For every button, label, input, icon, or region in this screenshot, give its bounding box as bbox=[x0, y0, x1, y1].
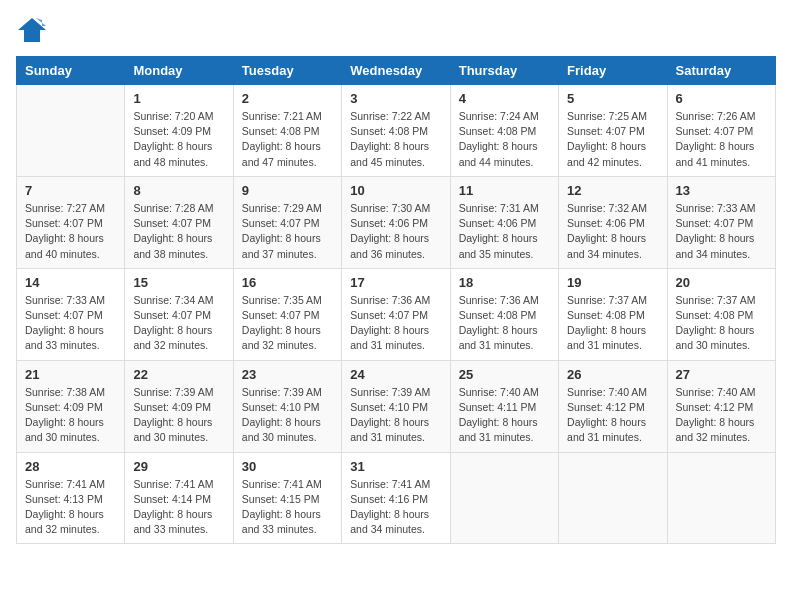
day-cell: 26Sunrise: 7:40 AMSunset: 4:12 PMDayligh… bbox=[559, 360, 667, 452]
day-number: 13 bbox=[676, 183, 767, 198]
day-cell bbox=[17, 85, 125, 177]
day-cell: 11Sunrise: 7:31 AMSunset: 4:06 PMDayligh… bbox=[450, 176, 558, 268]
day-info: Sunrise: 7:39 AMSunset: 4:10 PMDaylight:… bbox=[350, 385, 441, 446]
day-number: 26 bbox=[567, 367, 658, 382]
day-number: 23 bbox=[242, 367, 333, 382]
column-header-thursday: Thursday bbox=[450, 57, 558, 85]
day-info: Sunrise: 7:20 AMSunset: 4:09 PMDaylight:… bbox=[133, 109, 224, 170]
day-cell: 28Sunrise: 7:41 AMSunset: 4:13 PMDayligh… bbox=[17, 452, 125, 544]
day-info: Sunrise: 7:24 AMSunset: 4:08 PMDaylight:… bbox=[459, 109, 550, 170]
day-cell: 23Sunrise: 7:39 AMSunset: 4:10 PMDayligh… bbox=[233, 360, 341, 452]
day-cell bbox=[450, 452, 558, 544]
day-cell: 4Sunrise: 7:24 AMSunset: 4:08 PMDaylight… bbox=[450, 85, 558, 177]
header-row: SundayMondayTuesdayWednesdayThursdayFrid… bbox=[17, 57, 776, 85]
week-row-5: 28Sunrise: 7:41 AMSunset: 4:13 PMDayligh… bbox=[17, 452, 776, 544]
column-header-tuesday: Tuesday bbox=[233, 57, 341, 85]
day-cell: 24Sunrise: 7:39 AMSunset: 4:10 PMDayligh… bbox=[342, 360, 450, 452]
page-header bbox=[16, 16, 776, 44]
day-cell: 30Sunrise: 7:41 AMSunset: 4:15 PMDayligh… bbox=[233, 452, 341, 544]
day-info: Sunrise: 7:33 AMSunset: 4:07 PMDaylight:… bbox=[676, 201, 767, 262]
day-cell: 3Sunrise: 7:22 AMSunset: 4:08 PMDaylight… bbox=[342, 85, 450, 177]
day-cell: 25Sunrise: 7:40 AMSunset: 4:11 PMDayligh… bbox=[450, 360, 558, 452]
day-info: Sunrise: 7:36 AMSunset: 4:08 PMDaylight:… bbox=[459, 293, 550, 354]
day-info: Sunrise: 7:37 AMSunset: 4:08 PMDaylight:… bbox=[567, 293, 658, 354]
day-info: Sunrise: 7:34 AMSunset: 4:07 PMDaylight:… bbox=[133, 293, 224, 354]
day-number: 12 bbox=[567, 183, 658, 198]
day-number: 18 bbox=[459, 275, 550, 290]
day-info: Sunrise: 7:31 AMSunset: 4:06 PMDaylight:… bbox=[459, 201, 550, 262]
column-header-sunday: Sunday bbox=[17, 57, 125, 85]
day-cell bbox=[559, 452, 667, 544]
day-number: 5 bbox=[567, 91, 658, 106]
week-row-1: 1Sunrise: 7:20 AMSunset: 4:09 PMDaylight… bbox=[17, 85, 776, 177]
day-number: 10 bbox=[350, 183, 441, 198]
day-cell: 12Sunrise: 7:32 AMSunset: 4:06 PMDayligh… bbox=[559, 176, 667, 268]
day-cell: 17Sunrise: 7:36 AMSunset: 4:07 PMDayligh… bbox=[342, 268, 450, 360]
day-cell: 6Sunrise: 7:26 AMSunset: 4:07 PMDaylight… bbox=[667, 85, 775, 177]
day-number: 15 bbox=[133, 275, 224, 290]
day-cell: 14Sunrise: 7:33 AMSunset: 4:07 PMDayligh… bbox=[17, 268, 125, 360]
day-number: 4 bbox=[459, 91, 550, 106]
day-number: 2 bbox=[242, 91, 333, 106]
day-info: Sunrise: 7:36 AMSunset: 4:07 PMDaylight:… bbox=[350, 293, 441, 354]
day-info: Sunrise: 7:37 AMSunset: 4:08 PMDaylight:… bbox=[676, 293, 767, 354]
day-info: Sunrise: 7:30 AMSunset: 4:06 PMDaylight:… bbox=[350, 201, 441, 262]
day-info: Sunrise: 7:40 AMSunset: 4:12 PMDaylight:… bbox=[567, 385, 658, 446]
day-cell: 10Sunrise: 7:30 AMSunset: 4:06 PMDayligh… bbox=[342, 176, 450, 268]
day-number: 20 bbox=[676, 275, 767, 290]
day-info: Sunrise: 7:40 AMSunset: 4:12 PMDaylight:… bbox=[676, 385, 767, 446]
day-cell: 16Sunrise: 7:35 AMSunset: 4:07 PMDayligh… bbox=[233, 268, 341, 360]
week-row-2: 7Sunrise: 7:27 AMSunset: 4:07 PMDaylight… bbox=[17, 176, 776, 268]
week-row-4: 21Sunrise: 7:38 AMSunset: 4:09 PMDayligh… bbox=[17, 360, 776, 452]
day-cell: 31Sunrise: 7:41 AMSunset: 4:16 PMDayligh… bbox=[342, 452, 450, 544]
day-cell: 8Sunrise: 7:28 AMSunset: 4:07 PMDaylight… bbox=[125, 176, 233, 268]
day-info: Sunrise: 7:35 AMSunset: 4:07 PMDaylight:… bbox=[242, 293, 333, 354]
day-number: 29 bbox=[133, 459, 224, 474]
day-info: Sunrise: 7:32 AMSunset: 4:06 PMDaylight:… bbox=[567, 201, 658, 262]
day-info: Sunrise: 7:41 AMSunset: 4:16 PMDaylight:… bbox=[350, 477, 441, 538]
day-number: 3 bbox=[350, 91, 441, 106]
day-number: 11 bbox=[459, 183, 550, 198]
day-info: Sunrise: 7:38 AMSunset: 4:09 PMDaylight:… bbox=[25, 385, 116, 446]
day-number: 19 bbox=[567, 275, 658, 290]
calendar: SundayMondayTuesdayWednesdayThursdayFrid… bbox=[16, 56, 776, 544]
day-number: 31 bbox=[350, 459, 441, 474]
day-cell: 29Sunrise: 7:41 AMSunset: 4:14 PMDayligh… bbox=[125, 452, 233, 544]
day-info: Sunrise: 7:40 AMSunset: 4:11 PMDaylight:… bbox=[459, 385, 550, 446]
day-number: 25 bbox=[459, 367, 550, 382]
day-info: Sunrise: 7:26 AMSunset: 4:07 PMDaylight:… bbox=[676, 109, 767, 170]
day-cell: 22Sunrise: 7:39 AMSunset: 4:09 PMDayligh… bbox=[125, 360, 233, 452]
day-info: Sunrise: 7:28 AMSunset: 4:07 PMDaylight:… bbox=[133, 201, 224, 262]
day-number: 28 bbox=[25, 459, 116, 474]
day-number: 21 bbox=[25, 367, 116, 382]
day-cell: 7Sunrise: 7:27 AMSunset: 4:07 PMDaylight… bbox=[17, 176, 125, 268]
day-cell: 27Sunrise: 7:40 AMSunset: 4:12 PMDayligh… bbox=[667, 360, 775, 452]
day-cell: 21Sunrise: 7:38 AMSunset: 4:09 PMDayligh… bbox=[17, 360, 125, 452]
day-number: 14 bbox=[25, 275, 116, 290]
day-cell: 13Sunrise: 7:33 AMSunset: 4:07 PMDayligh… bbox=[667, 176, 775, 268]
day-info: Sunrise: 7:41 AMSunset: 4:15 PMDaylight:… bbox=[242, 477, 333, 538]
column-header-saturday: Saturday bbox=[667, 57, 775, 85]
day-number: 24 bbox=[350, 367, 441, 382]
logo bbox=[16, 16, 52, 44]
column-header-friday: Friday bbox=[559, 57, 667, 85]
column-header-wednesday: Wednesday bbox=[342, 57, 450, 85]
day-info: Sunrise: 7:33 AMSunset: 4:07 PMDaylight:… bbox=[25, 293, 116, 354]
day-cell: 15Sunrise: 7:34 AMSunset: 4:07 PMDayligh… bbox=[125, 268, 233, 360]
day-info: Sunrise: 7:25 AMSunset: 4:07 PMDaylight:… bbox=[567, 109, 658, 170]
day-number: 27 bbox=[676, 367, 767, 382]
day-cell bbox=[667, 452, 775, 544]
day-cell: 19Sunrise: 7:37 AMSunset: 4:08 PMDayligh… bbox=[559, 268, 667, 360]
day-number: 22 bbox=[133, 367, 224, 382]
day-cell: 2Sunrise: 7:21 AMSunset: 4:08 PMDaylight… bbox=[233, 85, 341, 177]
day-number: 7 bbox=[25, 183, 116, 198]
day-number: 6 bbox=[676, 91, 767, 106]
day-cell: 9Sunrise: 7:29 AMSunset: 4:07 PMDaylight… bbox=[233, 176, 341, 268]
day-cell: 18Sunrise: 7:36 AMSunset: 4:08 PMDayligh… bbox=[450, 268, 558, 360]
day-info: Sunrise: 7:41 AMSunset: 4:14 PMDaylight:… bbox=[133, 477, 224, 538]
day-info: Sunrise: 7:41 AMSunset: 4:13 PMDaylight:… bbox=[25, 477, 116, 538]
day-info: Sunrise: 7:29 AMSunset: 4:07 PMDaylight:… bbox=[242, 201, 333, 262]
day-info: Sunrise: 7:22 AMSunset: 4:08 PMDaylight:… bbox=[350, 109, 441, 170]
day-number: 1 bbox=[133, 91, 224, 106]
day-number: 16 bbox=[242, 275, 333, 290]
